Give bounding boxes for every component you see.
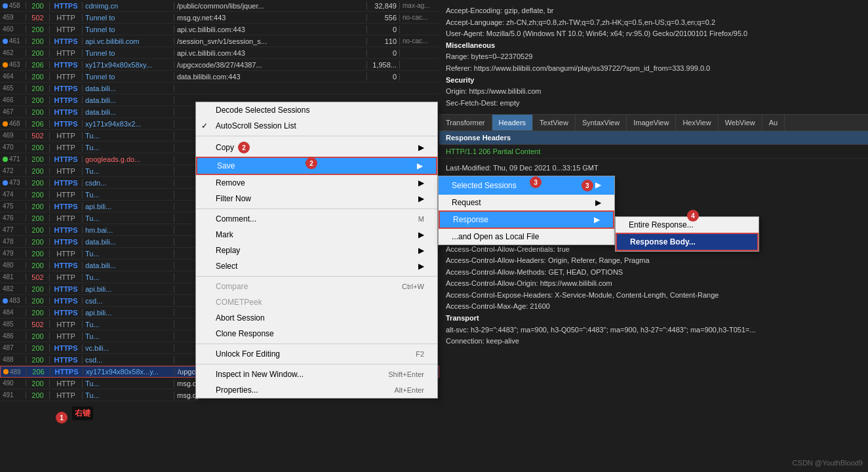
menu-label: Save [217,161,235,170]
context-menu[interactable]: Decode Selected Sessions✓AutoScroll Sess… [195,102,438,399]
right-click-label: 右键 [72,406,93,420]
menu-label: Filter Now [216,194,251,203]
menu-item-replay[interactable]: Replay▶ [196,243,437,258]
menu-shortcut: Ctrl+W [402,283,424,290]
selected-sessions-label: Selected Sessions [452,181,517,190]
menu-separator [196,136,437,136]
menu-shortcut: Alt+Enter [394,386,424,394]
menu-label: Abort Session [216,313,265,323]
menu-label: Unlock For Editing [216,349,280,359]
badge-indicator-1: 1 [56,412,68,423]
entire-response-item[interactable]: Entire Response... [616,217,759,233]
menu-label: Select [216,262,237,271]
menu-shortcut: Shift+Enter [388,370,424,378]
menu-item-unlock[interactable]: Unlock For EditingF2 [196,346,437,362]
menu-item-clone[interactable]: Clone Response [196,326,437,342]
response-item[interactable]: Response ▶ [439,210,614,229]
menu-separator [196,276,437,277]
menu-badge: 2 [238,142,250,153]
menu-shortcut: F2 [416,350,424,358]
request-label: Request [452,198,481,207]
menu-item-comment[interactable]: Comment...M [196,211,437,227]
selected-sessions-item[interactable]: Selected Sessions 3 ▶ [439,176,614,195]
menu-separator [196,364,437,364]
request-item[interactable]: Request ▶ [439,195,614,210]
response-body-label: Response Body... [630,237,696,246]
submenu-arrow: ▶ [418,262,424,271]
context-menu-overlay: Decode Selected Sessions✓AutoScroll Sess… [0,0,868,472]
menu-item-properties[interactable]: Properties...Alt+Enter [196,382,437,398]
submenu-arrow: ▶ [417,161,423,170]
menu-item-copy[interactable]: Copy2▶ [196,138,437,157]
submenu-arrow: ▶ [418,230,424,239]
response-arrow: ▶ [594,215,600,224]
menu-label: Clone Response [216,329,274,338]
submenu-arrow: ▶ [418,246,424,255]
badge-3: 3 [582,180,593,191]
menu-item-autoscroll[interactable]: ✓AutoScroll Session List [196,118,437,134]
menu-label: COMETPeek [216,298,262,307]
menu-label: Replay [216,246,240,255]
response-label: Response [453,215,488,224]
menu-item-remove[interactable]: Remove▶ [196,175,437,191]
badge-indicator-4: 4 [687,210,699,222]
menu-item-mark[interactable]: Mark▶ [196,227,437,243]
menu-label: AutoScroll Session List [216,121,296,130]
badge-indicator-2: 2 [306,157,317,169]
menu-label: Comment... [216,214,256,224]
entire-response-label: Entire Response... [629,220,694,229]
menu-label: Copy [216,143,234,152]
open-local-label: ...and Open as Local File [452,232,539,241]
menu-separator [196,208,437,209]
submenu-arrow: ▶ [418,178,424,187]
menu-separator [196,344,437,344]
submenu-arrow: ▶ [418,143,424,152]
menu-label: Compare [216,282,248,291]
menu-label: Properties... [216,385,258,395]
menu-item-compare: CompareCtrl+W [196,279,437,294]
menu-item-filter_now[interactable]: Filter Now▶ [196,191,437,206]
selected-sessions-badge: 3 ▶ [578,180,601,191]
watermark: CSDN @YouthBlood9 [793,459,863,467]
checkmark-icon: ✓ [201,121,208,130]
request-arrow: ▶ [595,198,601,207]
menu-item-abort[interactable]: Abort Session [196,310,437,326]
menu-item-decode[interactable]: Decode Selected Sessions [196,102,437,118]
menu-shortcut: M [418,215,424,223]
menu-label: Remove [216,178,245,187]
menu-item-select[interactable]: Select▶ [196,258,437,274]
open-local-item[interactable]: ...and Open as Local File [439,229,614,245]
response-submenu[interactable]: Entire Response... Response Body... [615,216,759,252]
submenu-arrow: ▶ [418,194,424,203]
save-submenu[interactable]: Selected Sessions 3 ▶ Request ▶ Response… [438,176,615,245]
menu-item-cometpeek: COMETPeek [196,294,437,310]
menu-label: Decode Selected Sessions [216,106,309,115]
badge-indicator-3: 3 [530,176,542,188]
menu-label: Mark [216,230,233,239]
response-body-item[interactable]: Response Body... [616,233,759,251]
menu-label: Inspect in New Window... [216,370,304,379]
menu-item-inspect[interactable]: Inspect in New Window...Shift+Enter [196,366,437,382]
